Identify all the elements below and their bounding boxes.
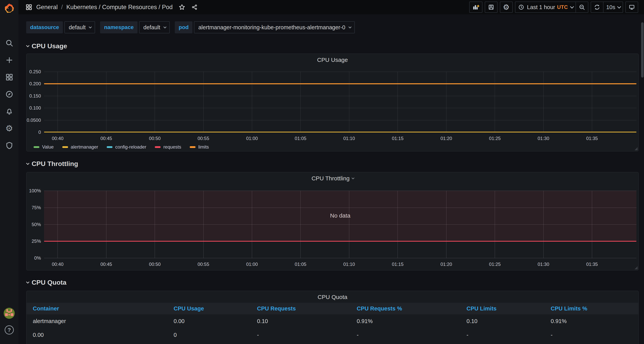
variable-label-pod: pod <box>175 21 192 33</box>
y-tick-label: 0.150 <box>29 93 41 99</box>
save-dashboard-button[interactable] <box>485 2 498 13</box>
refresh-button[interactable] <box>591 2 603 13</box>
panel-title-text: CPU Throttling <box>312 175 350 182</box>
dashboard-settings-button[interactable]: ⚙ <box>500 2 513 13</box>
panel-cpu-quota: CPU Quota ContainerCPU UsageCPU Requests… <box>26 291 639 344</box>
y-tick-label: 25% <box>32 238 41 244</box>
sidebar: ⚙ ? <box>0 0 18 344</box>
gridline-y <box>44 108 636 108</box>
variable-value-datasource[interactable]: default <box>64 21 95 33</box>
x-tick-label: 01:20 <box>440 262 452 267</box>
x-tick-label: 01:10 <box>343 262 355 267</box>
x-tick-label: 01:05 <box>295 262 306 267</box>
panel-resize-handle[interactable] <box>634 147 638 150</box>
column-header-cpu-requests-[interactable]: CPU Requests % <box>357 306 466 312</box>
gear-icon: ⚙ <box>6 124 13 133</box>
gridline-x <box>446 72 446 132</box>
legend-item-Value[interactable]: Value <box>34 144 54 150</box>
time-range-picker[interactable]: Last 1 hour UTC <box>515 2 576 13</box>
cpu-throttling-plot: No data 100%75%50%25%0%00:4000:4500:5000… <box>44 191 636 258</box>
gridline-x <box>252 72 252 132</box>
y-tick-label: 100% <box>29 188 41 194</box>
legend-swatch <box>62 146 68 148</box>
sidebar-item-alerting[interactable] <box>0 103 18 120</box>
variable-value-pod[interactable]: alertmanager-monitoring-kube-prometheus-… <box>194 21 355 33</box>
panel-resize-handle[interactable] <box>634 266 638 269</box>
x-tick-label: 01:10 <box>343 136 355 141</box>
chevron-down-icon <box>164 25 167 28</box>
dashboard-content: datasourcedefaultnamespacedefaultpodaler… <box>18 14 644 344</box>
x-tick-label: 00:55 <box>198 262 209 267</box>
legend-swatch <box>107 146 112 148</box>
search-icon <box>5 39 14 47</box>
section-title: CPU Usage <box>32 42 67 50</box>
zoom-out-icon <box>579 4 585 10</box>
star-button[interactable] <box>178 4 186 11</box>
cpu-usage-legend: Valuealertmanagerconfig-reloaderrequests… <box>34 144 209 150</box>
legend-item-alertmanager[interactable]: alertmanager <box>62 144 98 150</box>
zoom-out-button[interactable] <box>576 2 588 13</box>
monitor-icon <box>628 4 635 10</box>
section-row-cpu-quota[interactable]: CPU Quota <box>26 278 639 286</box>
table-cell: 0.00 <box>174 318 257 324</box>
panel-title-cpu-quota[interactable]: CPU Quota <box>26 294 638 300</box>
sidebar-item-server-admin[interactable] <box>0 137 18 154</box>
gridline-y <box>44 258 636 258</box>
sidebar-item-dashboards[interactable] <box>0 69 18 86</box>
table-row-0: alertmanager0.000.100.91%0.100.91% <box>26 314 638 328</box>
cpu-usage-plot: 0.2500.2000.1500.1000.0500000:4000:4500:… <box>44 72 636 132</box>
section-row-cpu-throttling[interactable]: CPU Throttling <box>26 160 639 168</box>
help-icon[interactable]: ? <box>5 326 14 334</box>
breadcrumb-section[interactable]: General <box>36 4 58 11</box>
refresh-interval-picker[interactable]: 10s <box>603 2 623 13</box>
sidebar-item-configuration[interactable]: ⚙ <box>0 120 18 137</box>
column-header-cpu-limits[interactable]: CPU Limits <box>466 306 551 312</box>
add-panel-button[interactable] <box>469 2 482 13</box>
column-header-cpu-requests[interactable]: CPU Requests <box>257 306 357 312</box>
legend-swatch <box>34 146 40 148</box>
table-cell: - <box>551 332 632 338</box>
legend-item-config-reloader[interactable]: config-reloader <box>107 144 146 150</box>
variable-value-namespace[interactable]: default <box>139 21 170 33</box>
legend-item-requests[interactable]: requests <box>155 144 181 150</box>
dashboards-grid-icon <box>5 73 14 81</box>
breadcrumb-dashboard-title[interactable]: Kubernetes / Compute Resources / Pod <box>66 4 173 11</box>
grafana-flame-icon <box>3 3 16 15</box>
cpu-quota-table: ContainerCPU UsageCPU RequestsCPU Reques… <box>26 303 638 342</box>
section-row-cpu-usage[interactable]: CPU Usage <box>26 42 639 50</box>
column-header-cpu-limits-[interactable]: CPU Limits % <box>551 306 632 312</box>
grafana-logo[interactable] <box>0 0 18 18</box>
legend-label: Value <box>42 144 54 150</box>
series-line-limits <box>44 84 636 84</box>
add-panel-icon <box>472 4 479 11</box>
section-title: CPU Throttling <box>32 160 78 168</box>
legend-swatch <box>190 146 196 148</box>
table-cell: 0 <box>174 332 257 338</box>
gridline-x <box>106 72 106 132</box>
sidebar-item-explore[interactable] <box>0 86 18 103</box>
legend-item-limits[interactable]: limits <box>190 144 209 150</box>
sidebar-item-create[interactable] <box>0 52 18 69</box>
user-avatar[interactable] <box>4 308 15 319</box>
panel-title-cpu-throttling[interactable]: CPU Throttling <box>26 175 638 182</box>
legend-label: limits <box>198 144 209 150</box>
page-scrollbar[interactable] <box>641 22 644 78</box>
cycle-view-mode-button[interactable] <box>626 2 638 13</box>
x-tick-label: 01:35 <box>586 262 598 267</box>
share-icon <box>191 4 198 10</box>
variable-datasource: datasourcedefault <box>26 21 95 33</box>
sidebar-item-search[interactable] <box>0 34 18 52</box>
column-header-container[interactable]: Container <box>33 306 174 312</box>
chevron-down-icon <box>26 44 30 47</box>
column-header-cpu-usage[interactable]: CPU Usage <box>174 306 257 312</box>
clock-icon <box>518 4 524 10</box>
legend-label: config-reloader <box>115 144 146 150</box>
share-button[interactable] <box>191 4 198 10</box>
chevron-down-icon <box>26 162 30 165</box>
table-cell: - <box>466 332 551 338</box>
y-tick-label: 0% <box>34 256 41 261</box>
panel-title-cpu-usage[interactable]: CPU Usage <box>26 56 638 63</box>
variable-namespace: namespacedefault <box>100 21 170 33</box>
time-range-label: Last 1 hour <box>527 4 555 10</box>
chevron-down-icon <box>617 5 621 8</box>
